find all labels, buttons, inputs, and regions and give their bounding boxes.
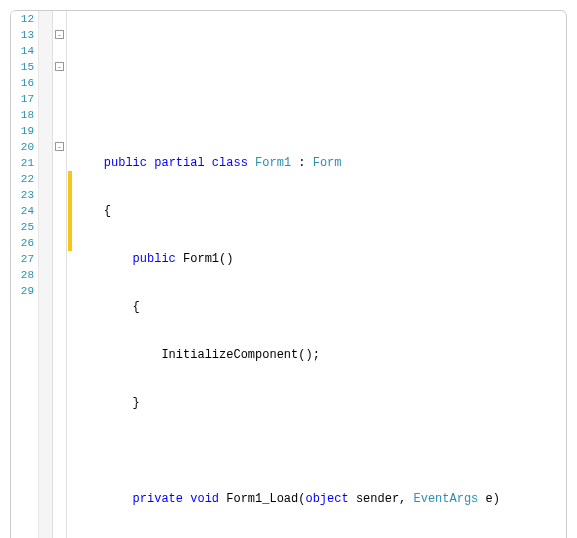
code-panel-before: 12 13 14 15 16 17 18 19 20 21 22 23 24 2… xyxy=(10,10,567,538)
code-text: : xyxy=(291,156,313,170)
line-number: 25 xyxy=(11,219,34,235)
marker-gutter xyxy=(39,11,53,538)
line-number: 15 xyxy=(11,59,34,75)
line-number: 18 xyxy=(11,107,34,123)
line-number: 29 xyxy=(11,283,34,299)
editor-before[interactable]: 12 13 14 15 16 17 18 19 20 21 22 23 24 2… xyxy=(11,11,566,538)
code-text: e) xyxy=(478,492,500,506)
line-number-gutter: 12 13 14 15 16 17 18 19 20 21 22 23 24 2… xyxy=(11,11,39,538)
method-name: Form1_Load( xyxy=(219,492,305,506)
keyword: void xyxy=(190,492,219,506)
line-number: 24 xyxy=(11,203,34,219)
type-name: Form1 xyxy=(255,156,291,170)
keyword: object xyxy=(305,492,348,506)
brace: { xyxy=(104,204,111,218)
type-name: Form xyxy=(313,156,342,170)
line-number: 20 xyxy=(11,139,34,155)
code-text: InitializeComponent(); xyxy=(161,348,319,362)
line-number: 21 xyxy=(11,155,34,171)
keyword: private xyxy=(133,492,183,506)
method-name: Form1() xyxy=(176,252,234,266)
keyword: partial xyxy=(154,156,204,170)
keyword: public xyxy=(104,156,147,170)
line-number: 28 xyxy=(11,267,34,283)
type-name: EventArgs xyxy=(414,492,479,506)
line-number: 19 xyxy=(11,123,34,139)
line-number: 13 xyxy=(11,27,34,43)
code-text: sender, xyxy=(349,492,414,506)
line-number: 17 xyxy=(11,91,34,107)
keyword: public xyxy=(133,252,176,266)
line-number: 23 xyxy=(11,187,34,203)
fold-toggle-icon[interactable]: - xyxy=(55,142,64,151)
line-number: 12 xyxy=(11,11,34,27)
line-number: 22 xyxy=(11,171,34,187)
fold-toggle-icon[interactable]: - xyxy=(55,30,64,39)
brace: { xyxy=(133,300,140,314)
brace: } xyxy=(133,396,140,410)
keyword: class xyxy=(212,156,248,170)
line-number: 26 xyxy=(11,235,34,251)
line-number: 14 xyxy=(11,43,34,59)
fold-gutter[interactable]: - - - xyxy=(53,11,67,538)
line-number: 16 xyxy=(11,75,34,91)
fold-toggle-icon[interactable]: - xyxy=(55,62,64,71)
change-marker xyxy=(68,171,72,251)
line-number: 27 xyxy=(11,251,34,267)
code-area[interactable]: public partial class Form1 : Form { publ… xyxy=(73,11,566,538)
